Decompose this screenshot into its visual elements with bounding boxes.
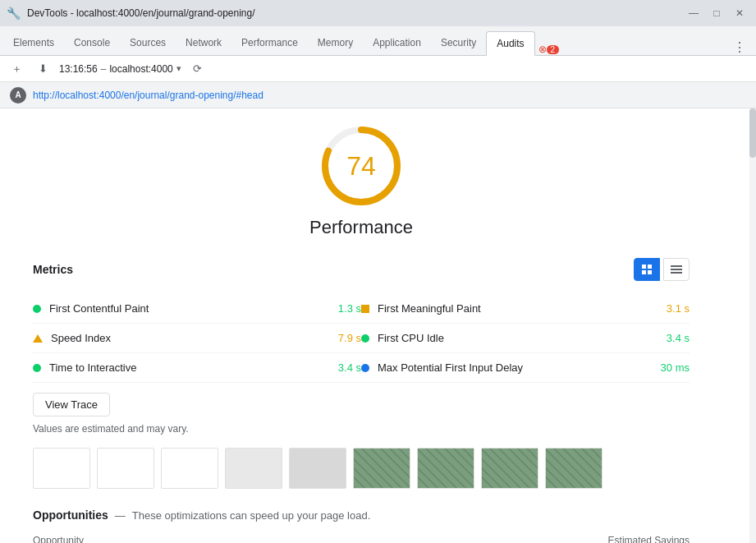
download-button[interactable]: ⬇ <box>33 59 53 79</box>
film-frame-7 <box>417 448 474 489</box>
tab-network[interactable]: Network <box>176 30 231 55</box>
score-number: 74 <box>346 151 376 182</box>
tab-application[interactable]: Application <box>363 30 431 55</box>
score-label: Performance <box>309 217 413 238</box>
scrollbar-track[interactable] <box>749 108 756 543</box>
metric-first-contentful-paint: First Contentful Paint 1.3 s <box>33 294 361 324</box>
tab-sources[interactable]: Sources <box>120 30 176 55</box>
metric-name: Speed Index <box>51 332 332 344</box>
metric-value: 7.9 s <box>338 332 361 344</box>
toggle-grid-button[interactable] <box>634 258 660 281</box>
metric-indicator-green <box>361 334 369 343</box>
site-icon: A <box>10 87 26 104</box>
main-content: 74 Performance Metrics <box>0 108 722 543</box>
error-count-badge: 2 <box>547 45 560 54</box>
minimize-button[interactable]: — <box>684 3 703 23</box>
url-bar: A http://localhost:4000/en/journal/grand… <box>0 82 756 108</box>
opportunities-section: Opportunities — These optimizations can … <box>33 508 690 543</box>
metric-value: 3.4 s <box>667 332 690 344</box>
url-display: http://localhost:4000/en/journal/grand-o… <box>33 90 263 101</box>
svg-rect-4 <box>642 270 646 274</box>
time-display: 13:16:56 – localhost:4000 ▾ <box>59 63 181 75</box>
more-options[interactable]: ⋮ <box>726 39 753 55</box>
svg-rect-5 <box>648 270 652 274</box>
col-savings: Estimated Savings <box>608 535 690 543</box>
toolbar: ＋ ⬇ 13:16:56 – localhost:4000 ▾ ⟳ <box>0 56 756 82</box>
metric-name: First CPU Idle <box>378 332 660 344</box>
metric-first-meaningful-paint: First Meaningful Paint 3.1 s <box>361 294 690 324</box>
metric-indicator-triangle <box>33 334 43 343</box>
metric-name: First Contentful Paint <box>49 302 332 315</box>
opportunities-dash: — <box>115 509 126 522</box>
film-frame-6 <box>353 448 410 489</box>
opportunities-title: Opportunities <box>33 508 108 522</box>
metrics-section: Metrics <box>33 258 690 489</box>
window-controls: — □ ✕ <box>684 3 749 23</box>
estimate-note: Values are estimated and may vary. <box>33 423 690 435</box>
metrics-toggle <box>634 258 690 281</box>
metric-name: First Meaningful Paint <box>378 302 660 315</box>
svg-rect-2 <box>642 265 646 269</box>
tab-audits[interactable]: Audits <box>486 31 534 56</box>
metric-value: 3.4 s <box>338 361 361 374</box>
svg-rect-8 <box>671 272 682 274</box>
svg-rect-3 <box>648 265 652 269</box>
opportunities-header: Opportunities — These optimizations can … <box>33 508 690 522</box>
toggle-list-button[interactable] <box>663 258 690 281</box>
metric-indicator-blue <box>361 364 369 372</box>
content-area: 74 Performance Metrics <box>0 108 756 543</box>
metric-indicator-green <box>33 305 41 313</box>
tab-memory[interactable]: Memory <box>308 30 363 55</box>
window-title: DevTools - localhost:4000/en/journal/gra… <box>27 7 677 19</box>
metrics-title: Metrics <box>33 263 73 276</box>
film-frame-2 <box>97 448 154 489</box>
refresh-button[interactable]: ⟳ <box>188 59 208 79</box>
score-circle: 74 <box>320 125 402 207</box>
metric-max-fid: Max Potential First Input Delay 30 ms <box>361 353 690 383</box>
error-badge-area: ⊗ 2 <box>538 44 560 55</box>
opp-table-header: Opportunity Estimated Savings <box>33 531 690 543</box>
tab-performance[interactable]: Performance <box>231 30 308 55</box>
new-tab-button[interactable]: ＋ <box>7 59 26 79</box>
metric-value: 1.3 s <box>338 302 361 315</box>
score-section: 74 Performance <box>33 125 690 238</box>
devtools-icon: 🔧 <box>7 7 21 20</box>
opportunities-subtitle: These optimizations can speed up your pa… <box>132 509 371 522</box>
title-bar: 🔧 DevTools - localhost:4000/en/journal/g… <box>0 0 756 26</box>
svg-rect-7 <box>671 269 682 270</box>
tab-elements[interactable]: Elements <box>3 30 64 55</box>
metric-name: Max Potential First Input Delay <box>378 361 654 374</box>
maximize-button[interactable]: □ <box>707 3 726 23</box>
col-opportunity: Opportunity <box>33 535 84 543</box>
film-frame-3 <box>161 448 218 489</box>
film-frame-8 <box>481 448 538 489</box>
metric-indicator-square <box>361 305 369 313</box>
metric-name: Time to Interactive <box>49 361 332 374</box>
film-frame-5 <box>289 448 346 489</box>
scrollbar-thumb[interactable] <box>749 108 756 158</box>
view-trace-button[interactable]: View Trace <box>33 393 110 416</box>
close-button[interactable]: ✕ <box>730 3 749 23</box>
metric-value: 3.1 s <box>667 302 690 315</box>
metric-indicator-green <box>33 364 41 372</box>
film-frame-9 <box>545 448 603 489</box>
tab-bar: Elements Console Sources Network Perform… <box>0 26 756 56</box>
metrics-header: Metrics <box>33 258 690 281</box>
film-frame-4 <box>225 448 282 489</box>
tab-console[interactable]: Console <box>64 30 120 55</box>
svg-rect-6 <box>671 265 682 267</box>
metric-time-to-interactive: Time to Interactive 3.4 s <box>33 353 361 383</box>
film-frame-1 <box>33 448 90 489</box>
tab-security[interactable]: Security <box>431 30 486 55</box>
metric-speed-index: Speed Index 7.9 s <box>33 324 361 353</box>
metric-value: 30 ms <box>661 361 690 374</box>
filmstrip <box>33 448 690 489</box>
metrics-grid: First Contentful Paint 1.3 s First Meani… <box>33 294 690 383</box>
metric-first-cpu-idle: First CPU Idle 3.4 s <box>361 324 690 353</box>
